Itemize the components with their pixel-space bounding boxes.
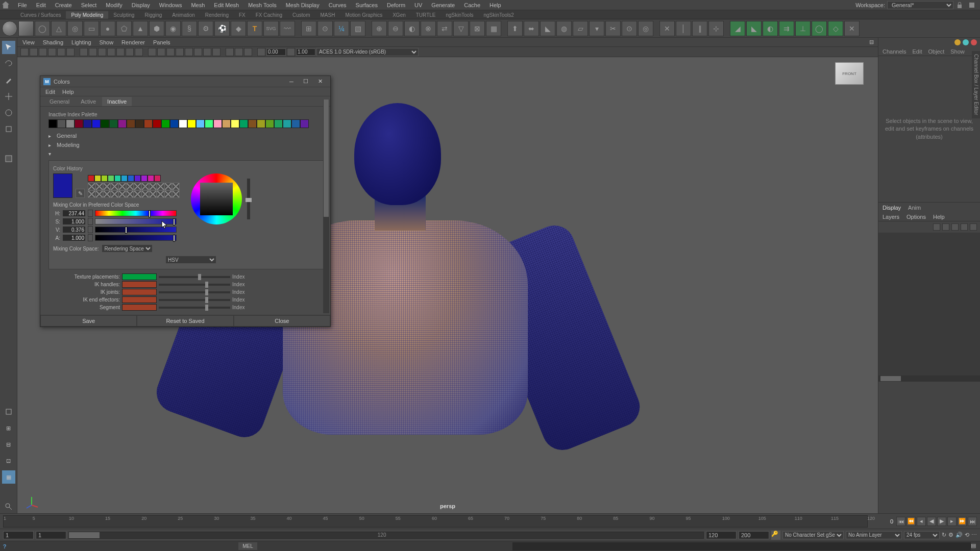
palette-swatch-9[interactable] — [127, 119, 135, 128]
sat-spinner[interactable] — [88, 218, 93, 225]
layer-new-icon[interactable] — [951, 223, 959, 231]
grid-toggle-icon[interactable]: ⊡ — [2, 454, 15, 467]
vp-shadows-icon[interactable] — [185, 48, 193, 56]
vp-textured-icon[interactable] — [166, 48, 175, 56]
palette-swatch-23[interactable] — [248, 119, 257, 128]
layer-tab-anim[interactable]: Anim — [908, 205, 921, 211]
history-swatch-2[interactable] — [101, 175, 108, 182]
palette-swatch-24[interactable] — [257, 119, 265, 128]
cb-tab-object[interactable]: Object — [928, 48, 944, 55]
shelf-collapse-icon[interactable]: ▾ — [589, 21, 604, 36]
dlg-menu-edit[interactable]: Edit — [45, 89, 55, 95]
tree-objects[interactable]: ▾ — [48, 149, 325, 158]
index-slider[interactable] — [159, 284, 230, 286]
palette-swatch-10[interactable] — [135, 119, 144, 128]
vp-menu-renderer[interactable]: Renderer — [121, 39, 145, 45]
vp-image-plane-icon[interactable] — [48, 48, 56, 56]
menu-mesh-tools[interactable]: Mesh Tools — [243, 2, 281, 8]
vp-film-gate-icon[interactable] — [89, 48, 97, 56]
last-tool-icon[interactable] — [2, 152, 15, 165]
shelf-soften-icon[interactable]: ◯ — [812, 21, 827, 36]
index-swatch[interactable] — [122, 289, 157, 295]
vp-menu-show[interactable]: Show — [100, 39, 114, 45]
menu-edit[interactable]: Edit — [32, 2, 51, 8]
search-icon[interactable] — [2, 500, 15, 513]
shelf-poly-helix-icon[interactable]: § — [182, 21, 197, 36]
shelf-construction-plane-icon[interactable]: ⊞ — [301, 21, 316, 36]
audio-icon[interactable]: 🔊 — [955, 532, 963, 538]
maximize-icon[interactable]: ☐ — [299, 77, 313, 86]
vp-gamma-field[interactable] — [296, 48, 315, 56]
shelf-quad-draw-icon[interactable]: ¼ — [334, 21, 349, 36]
index-slider[interactable] — [159, 299, 230, 301]
palette-swatch-20[interactable] — [222, 119, 231, 128]
palette-swatch-26[interactable] — [274, 119, 283, 128]
shelf-merge-icon[interactable]: ⊙ — [622, 21, 637, 36]
menu-file[interactable]: File — [13, 2, 32, 8]
vp-field-chart-icon[interactable] — [116, 48, 125, 56]
empty-swatch-12[interactable] — [88, 190, 95, 198]
cb-indicator-2-icon[interactable] — [963, 39, 969, 45]
palette-swatch-12[interactable] — [153, 119, 161, 128]
shelf-multicut-icon[interactable]: ✕ — [659, 21, 675, 36]
shelf-retopo-icon[interactable]: ▦ — [486, 21, 501, 36]
index-slider[interactable] — [159, 307, 230, 309]
empty-swatch-4[interactable] — [118, 183, 126, 190]
index-swatch[interactable] — [122, 273, 157, 280]
shelf-tab-mash[interactable]: MASH — [315, 11, 340, 19]
history-swatch-8[interactable] — [141, 175, 148, 182]
dialog-titlebar[interactable]: M Colors ─ ☐ ✕ — [40, 76, 330, 87]
palette-swatch-2[interactable] — [66, 119, 75, 128]
shelf-target-weld-icon[interactable]: ◎ — [638, 21, 653, 36]
vp-resolution-gate-icon[interactable] — [98, 48, 106, 56]
range-inner-end-field[interactable] — [706, 531, 737, 539]
shelf-poly-pyramid-icon[interactable]: ▲ — [133, 21, 148, 36]
layer-new-empty-icon[interactable] — [961, 223, 968, 231]
empty-swatch-16[interactable] — [118, 190, 126, 198]
shelf-combine-icon[interactable]: ⊕ — [372, 21, 387, 36]
vp-safe-title-icon[interactable] — [135, 48, 143, 56]
home-icon[interactable] — [2, 2, 9, 9]
palette-swatch-0[interactable] — [48, 119, 57, 128]
shelf-reduce-icon[interactable]: ▽ — [453, 21, 469, 36]
vp-collapse-icon[interactable]: ⊟ — [869, 39, 874, 45]
shelf-append-icon[interactable]: ▱ — [573, 21, 588, 36]
vp-menu-view[interactable]: View — [22, 39, 35, 45]
shelf-smooth-icon[interactable]: ◐ — [404, 21, 420, 36]
history-swatch-10[interactable] — [154, 175, 161, 182]
lock-icon[interactable] — [957, 2, 963, 9]
tab-active[interactable]: Active — [76, 97, 101, 106]
fps-select[interactable]: 24 fps — [904, 531, 940, 539]
vp-colorspace-select[interactable]: ACES 1.0 SDR-video (sRGB) — [316, 48, 419, 56]
shelf-detach-icon[interactable]: ✂ — [605, 21, 621, 36]
vp-aa-icon[interactable] — [212, 48, 220, 56]
empty-swatch-6[interactable] — [134, 183, 141, 190]
layer-down-icon[interactable] — [942, 223, 949, 231]
palette-swatch-16[interactable] — [187, 119, 196, 128]
layer-tab-display[interactable]: Display — [883, 205, 901, 211]
palette-swatch-1[interactable] — [57, 119, 66, 128]
color-wheel[interactable] — [191, 173, 242, 224]
playback-end-icon[interactable]: ⏭ — [968, 517, 977, 526]
shelf-poly-cone-icon[interactable]: △ — [51, 21, 66, 36]
shelf-normals-icon[interactable]: ⊥ — [795, 21, 811, 36]
menu-curves[interactable]: Curves — [324, 2, 351, 8]
shelf-bridge-icon[interactable]: ⬌ — [524, 21, 539, 36]
menu-surfaces[interactable]: Surfaces — [351, 2, 382, 8]
history-swatch-6[interactable] — [128, 175, 134, 182]
vp-motion-blur-icon[interactable] — [203, 48, 211, 56]
wheel-value-slider[interactable] — [247, 179, 250, 219]
dlg-menu-help[interactable]: Help — [62, 89, 74, 95]
empty-swatch-17[interactable] — [126, 190, 134, 198]
empty-swatch-5[interactable] — [126, 183, 134, 190]
lasso-tool-icon[interactable] — [2, 57, 15, 70]
layer-list[interactable] — [878, 233, 980, 375]
index-swatch[interactable] — [122, 304, 157, 311]
layer-up-icon[interactable] — [933, 223, 940, 231]
menu-edit-mesh[interactable]: Edit Mesh — [209, 2, 243, 8]
shelf-poly-cube-icon[interactable] — [18, 21, 34, 36]
reset-button[interactable]: Reset to Saved — [137, 315, 233, 327]
vp-bookmark-icon[interactable] — [39, 48, 47, 56]
vp-xray-icon[interactable] — [235, 48, 243, 56]
help-icon[interactable]: ? — [0, 543, 9, 549]
